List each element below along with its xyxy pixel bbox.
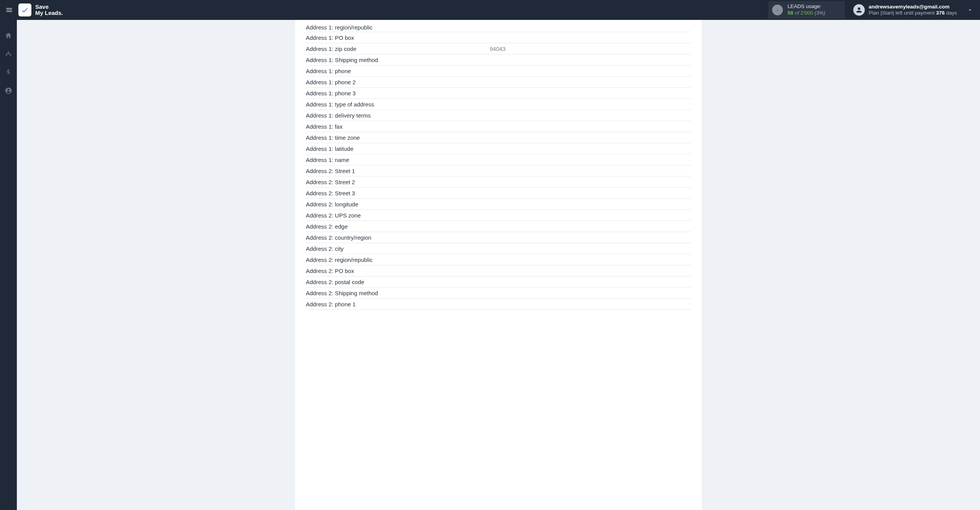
field-row[interactable]: Address 1: name: [306, 154, 691, 165]
field-label: Address 1: phone 3: [306, 89, 490, 98]
field-value: [490, 236, 691, 239]
field-row[interactable]: Address 1: zip code94043: [306, 43, 691, 54]
field-row[interactable]: Address 2: Shipping method: [306, 288, 691, 299]
field-row[interactable]: Address 1: region/republic: [306, 20, 691, 32]
nav-connections[interactable]: [3, 49, 13, 59]
field-value: [490, 125, 691, 127]
field-label: Address 2: region/republic: [306, 255, 490, 264]
field-row[interactable]: Address 2: city: [306, 243, 691, 254]
field-label: Address 1: type of address: [306, 100, 490, 109]
content-scroll-area[interactable]: Address 1: region/republicAddress 1: PO …: [17, 20, 980, 510]
field-row[interactable]: Address 1: type of address: [306, 99, 691, 110]
field-value: [490, 258, 691, 261]
user-icon: [855, 6, 863, 14]
field-row[interactable]: Address 2: longitude: [306, 199, 691, 210]
brand-line1: Save: [35, 4, 63, 10]
info-icon: [772, 5, 783, 15]
account-box[interactable]: andrewsavemyleads@gmail.com Plan |Start|…: [853, 4, 957, 16]
field-label: Address 2: city: [306, 244, 490, 253]
sitemap-icon: [5, 50, 12, 58]
field-value: [490, 26, 691, 29]
account-plan: Plan |Start| left until payment 376 days: [869, 10, 957, 16]
field-value: [490, 281, 691, 283]
field-value: 94043: [490, 44, 691, 53]
field-value: [490, 159, 691, 161]
field-value: [490, 225, 691, 227]
field-value: [490, 303, 691, 305]
menu-toggle-button[interactable]: [3, 4, 15, 16]
nav-home[interactable]: [3, 31, 13, 41]
nav-account[interactable]: [3, 86, 13, 96]
field-value: [490, 81, 691, 83]
logo[interactable]: [18, 3, 31, 16]
field-label: Address 1: phone: [306, 67, 490, 75]
field-row[interactable]: Address 2: Street 2: [306, 177, 691, 188]
field-label: Address 1: phone 2: [306, 78, 490, 87]
account-text: andrewsavemyleads@gmail.com Plan |Start|…: [869, 4, 957, 16]
leads-usage-box: LEADS usage: 58 of 2'000 (3%): [768, 1, 845, 19]
field-row[interactable]: Address 2: phone 1: [306, 299, 691, 310]
field-row[interactable]: Address 2: Street 1: [306, 165, 691, 177]
avatar: [853, 4, 865, 16]
field-value: [490, 147, 691, 150]
usage-text: LEADS usage: 58 of 2'000 (3%): [787, 3, 825, 16]
field-label: Address 2: postal code: [306, 278, 490, 286]
field-label: Address 2: country/region: [306, 233, 490, 242]
field-row[interactable]: Address 1: delivery terms: [306, 110, 691, 121]
field-value: [490, 170, 691, 172]
field-value: [490, 192, 691, 194]
nav-billing[interactable]: [3, 67, 13, 77]
fields-card: Address 1: region/republicAddress 1: PO …: [295, 20, 702, 510]
field-value: [490, 59, 691, 61]
field-label: Address 1: PO box: [306, 33, 490, 42]
field-row[interactable]: Address 1: phone 3: [306, 88, 691, 99]
topbar: Save My Leads LEADS usage: 58 of 2'000 (…: [0, 0, 980, 20]
field-row[interactable]: Address 2: edge: [306, 221, 691, 232]
account-dropdown-toggle[interactable]: [965, 5, 975, 15]
field-value: [490, 103, 691, 105]
field-label: Address 2: UPS zone: [306, 211, 490, 220]
field-label: Address 1: fax: [306, 122, 490, 131]
home-icon: [5, 32, 12, 39]
checkmark-icon: [21, 6, 29, 14]
field-value: [490, 92, 691, 94]
field-row[interactable]: Address 2: region/republic: [306, 254, 691, 265]
field-row[interactable]: Address 1: latitude: [306, 143, 691, 154]
dollar-icon: [5, 69, 12, 76]
usage-numbers: 58 of 2'000 (3%): [787, 10, 825, 16]
field-label: Address 2: phone 1: [306, 300, 490, 309]
field-row[interactable]: Address 1: phone 2: [306, 77, 691, 88]
field-row[interactable]: Address 1: phone: [306, 65, 691, 77]
brand-name: Save My Leads: [35, 4, 63, 16]
field-row[interactable]: Address 2: postal code: [306, 276, 691, 288]
field-label: Address 1: region/republic: [306, 23, 490, 32]
field-value: [490, 214, 691, 216]
field-label: Address 2: PO box: [306, 266, 490, 275]
field-label: Address 1: zip code: [306, 44, 490, 53]
field-row[interactable]: Address 2: PO box: [306, 265, 691, 276]
field-label: Address 1: name: [306, 155, 490, 164]
field-label: Address 2: Shipping method: [306, 289, 490, 298]
field-row[interactable]: Address 2: Street 3: [306, 188, 691, 199]
field-label: Address 1: Shipping method: [306, 56, 490, 64]
field-label: Address 2: Street 3: [306, 189, 490, 198]
field-row[interactable]: Address 2: UPS zone: [306, 210, 691, 221]
field-row[interactable]: Address 1: Shipping method: [306, 54, 691, 65]
field-row[interactable]: Address 1: time zone: [306, 132, 691, 143]
field-value: [490, 114, 691, 116]
field-value: [490, 270, 691, 272]
field-label: Address 2: Street 1: [306, 167, 490, 175]
sidenav: [0, 20, 17, 510]
field-value: [490, 247, 691, 250]
field-value: [490, 292, 691, 294]
field-value: [490, 136, 691, 139]
field-label: Address 1: latitude: [306, 144, 490, 153]
field-label: Address 2: longitude: [306, 200, 490, 209]
usage-label: LEADS usage:: [787, 3, 825, 10]
field-row[interactable]: Address 1: PO box: [306, 32, 691, 43]
field-row[interactable]: Address 1: fax: [306, 121, 691, 132]
field-value: [490, 203, 691, 205]
field-label: Address 1: time zone: [306, 133, 490, 142]
field-row[interactable]: Address 2: country/region: [306, 232, 691, 243]
hamburger-icon: [5, 6, 13, 14]
